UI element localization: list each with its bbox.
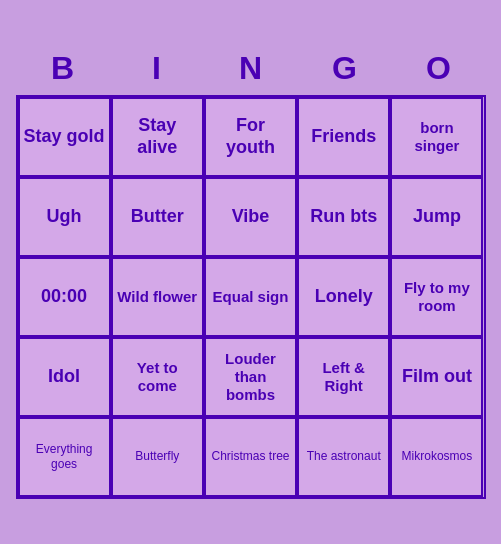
cell-2-2[interactable]: Equal sign xyxy=(204,257,297,337)
cell-0-3[interactable]: Friends xyxy=(297,97,390,177)
cell-0-1[interactable]: Stay alive xyxy=(111,97,204,177)
cell-0-2[interactable]: For youth xyxy=(204,97,297,177)
cell-3-4[interactable]: Film out xyxy=(390,337,483,417)
cell-4-4[interactable]: Mikrokosmos xyxy=(390,417,483,497)
cell-2-3[interactable]: Lonely xyxy=(297,257,390,337)
cell-1-4[interactable]: Jump xyxy=(390,177,483,257)
cell-4-0[interactable]: Everything goes xyxy=(18,417,111,497)
cell-2-4[interactable]: Fly to my room xyxy=(390,257,483,337)
cell-4-3[interactable]: The astronaut xyxy=(297,417,390,497)
cell-3-2[interactable]: Louder than bombs xyxy=(204,337,297,417)
cell-3-0[interactable]: Idol xyxy=(18,337,111,417)
bingo-grid: Stay gold Stay alive For youth Friends b… xyxy=(16,95,486,499)
header-i: I xyxy=(110,46,204,91)
header-o: O xyxy=(392,46,486,91)
header-g: G xyxy=(298,46,392,91)
header-b: B xyxy=(16,46,110,91)
cell-1-3[interactable]: Run bts xyxy=(297,177,390,257)
cell-0-4[interactable]: born singer xyxy=(390,97,483,177)
cell-3-3[interactable]: Left & Right xyxy=(297,337,390,417)
cell-3-1[interactable]: Yet to come xyxy=(111,337,204,417)
cell-1-2[interactable]: Vibe xyxy=(204,177,297,257)
cell-4-1[interactable]: Butterfly xyxy=(111,417,204,497)
header-n: N xyxy=(204,46,298,91)
cell-1-0[interactable]: Ugh xyxy=(18,177,111,257)
cell-0-0[interactable]: Stay gold xyxy=(18,97,111,177)
bingo-card: B I N G O Stay gold Stay alive For youth… xyxy=(6,36,496,509)
cell-2-1[interactable]: Wild flower xyxy=(111,257,204,337)
cell-2-0[interactable]: 00:00 xyxy=(18,257,111,337)
cell-1-1[interactable]: Butter xyxy=(111,177,204,257)
cell-4-2[interactable]: Christmas tree xyxy=(204,417,297,497)
bingo-header: B I N G O xyxy=(16,46,486,91)
